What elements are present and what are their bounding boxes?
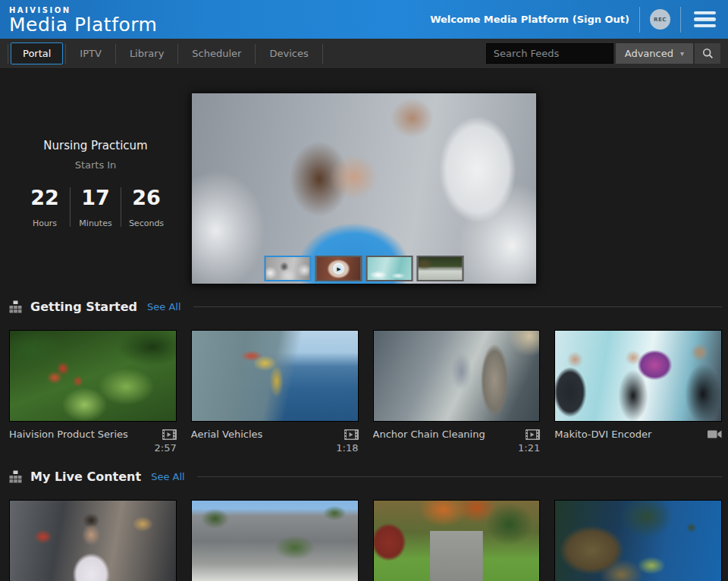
video-duration: 1:18: [191, 442, 359, 454]
media-platform-app: HAIVISION Media Platform Welcome Media P…: [0, 0, 728, 581]
tab-library[interactable]: Library: [118, 43, 175, 64]
play-icon: ▶: [333, 263, 344, 275]
countdown-minutes: 17 Minutes: [71, 186, 121, 228]
tab-divider: [322, 44, 323, 64]
card-row: [9, 500, 722, 581]
brand-logo[interactable]: HAIVISION Media Platform: [9, 5, 157, 34]
countdown-minutes-label: Minutes: [71, 218, 121, 228]
hero-carousel[interactable]: ▶: [191, 93, 537, 284]
section-divider: [197, 476, 722, 477]
rec-badge[interactable]: REC: [650, 9, 670, 30]
video-card-haivision-product-series[interactable]: Haivision Product Series 2:57: [9, 330, 177, 454]
countdown-widget: Nursing Practicum Starts In 22 Hours 17 …: [0, 69, 191, 284]
section-title: Getting Started: [30, 300, 137, 314]
advanced-label: Advanced: [625, 48, 673, 59]
film-play-icon: [526, 429, 540, 440]
carousel-thumbnail-3[interactable]: [366, 256, 413, 281]
sitemap-icon: [9, 300, 22, 313]
magnifier-icon: [702, 48, 714, 59]
video-duration: 2:57: [9, 442, 177, 454]
countdown-minutes-value: 17: [71, 186, 121, 209]
video-thumbnail: [373, 330, 541, 422]
video-title: Anchor Chain Cleaning: [373, 429, 522, 440]
chevron-down-icon: ▾: [680, 49, 684, 58]
live-card-4[interactable]: [554, 500, 722, 581]
tab-divider: [8, 44, 8, 64]
header-divider: [639, 7, 640, 33]
portal-content: Nursing Practicum Starts In 22 Hours 17 …: [0, 69, 728, 581]
countdown-subtitle: Starts In: [0, 159, 191, 171]
tab-divider: [115, 44, 116, 64]
live-card-3[interactable]: [373, 500, 541, 581]
sitemap-icon: [9, 470, 22, 483]
film-play-icon: [344, 429, 359, 440]
header-right: Welcome Media Platform (Sign Out) REC: [430, 7, 719, 33]
advanced-button[interactable]: Advanced ▾: [616, 43, 693, 64]
countdown-seconds-value: 26: [121, 186, 171, 209]
section-divider: [193, 306, 723, 307]
live-card-2[interactable]: [191, 500, 359, 581]
header-divider: [680, 7, 681, 33]
carousel-thumbnail-1[interactable]: [265, 256, 312, 281]
countdown-title: Nursing Practicum: [0, 139, 191, 152]
nav-tabs: Portal IPTV Library Scheduler Devices: [8, 39, 323, 68]
section-header: Getting Started See All: [9, 300, 722, 314]
video-thumbnail: [554, 500, 722, 581]
section-getting-started: Getting Started See All Haivision Produc…: [0, 300, 728, 454]
video-thumbnail: [9, 330, 177, 422]
video-card-aerial-vehicles[interactable]: Aerial Vehicles 1:18: [191, 330, 359, 454]
hero-section: Nursing Practicum Starts In 22 Hours 17 …: [0, 69, 728, 284]
video-thumbnail: [554, 330, 722, 422]
countdown-hours-label: Hours: [20, 218, 70, 228]
section-header: My Live Content See All: [9, 470, 722, 484]
tab-divider: [177, 44, 178, 64]
video-thumbnail: [191, 500, 359, 581]
hamburger-menu-icon[interactable]: [691, 10, 719, 30]
video-camera-icon: [708, 429, 722, 439]
countdown-hours-value: 22: [20, 186, 70, 209]
tab-scheduler[interactable]: Scheduler: [180, 43, 253, 64]
section-my-live-content: My Live Content See All: [0, 470, 728, 581]
brand-haivision: HAIVISION: [9, 7, 157, 14]
video-card-makito-dvi-encoder[interactable]: Makito-DVI Encoder: [554, 330, 722, 454]
carousel-thumbnails: ▶: [265, 256, 464, 281]
countdown-seconds-label: Seconds: [121, 218, 171, 228]
app-header: HAIVISION Media Platform Welcome Media P…: [0, 0, 728, 39]
tab-divider: [65, 44, 66, 64]
video-title: Makito-DVI Encoder: [554, 429, 703, 440]
card-row: Haivision Product Series 2:57: [9, 330, 722, 454]
video-duration: [554, 442, 722, 454]
see-all-link[interactable]: See All: [147, 301, 181, 312]
video-thumbnail: [191, 330, 359, 422]
film-play-icon: [162, 429, 177, 440]
tab-iptv[interactable]: IPTV: [68, 43, 113, 64]
brand-media-platform: Media Platform: [9, 15, 157, 34]
see-all-link[interactable]: See All: [151, 471, 185, 482]
video-title: Haivision Product Series: [9, 429, 158, 440]
video-thumbnail: [373, 500, 541, 581]
countdown-hours: 22 Hours: [20, 186, 70, 228]
tab-devices[interactable]: Devices: [258, 43, 319, 64]
welcome-signout-link[interactable]: Welcome Media Platform (Sign Out): [430, 14, 629, 25]
tab-portal[interactable]: Portal: [11, 42, 63, 64]
search-button[interactable]: [695, 43, 720, 64]
live-card-1[interactable]: [9, 500, 177, 581]
search-group: Advanced ▾: [486, 43, 720, 64]
video-thumbnail: [9, 500, 177, 581]
video-card-anchor-chain-cleaning[interactable]: Anchor Chain Cleaning 1:21: [373, 330, 541, 454]
countdown-units: 22 Hours 17 Minutes 26 Seconds: [0, 186, 191, 228]
video-duration: 1:21: [373, 442, 541, 454]
countdown-seconds: 26 Seconds: [121, 186, 171, 228]
search-input[interactable]: [486, 43, 613, 64]
tab-divider: [255, 44, 256, 64]
carousel-thumbnail-4[interactable]: [417, 256, 464, 281]
video-title: Aerial Vehicles: [191, 429, 340, 440]
nav-bar: Portal IPTV Library Scheduler Devices Ad…: [0, 39, 728, 69]
section-title: My Live Content: [30, 470, 141, 484]
carousel-thumbnail-2[interactable]: ▶: [315, 256, 362, 281]
